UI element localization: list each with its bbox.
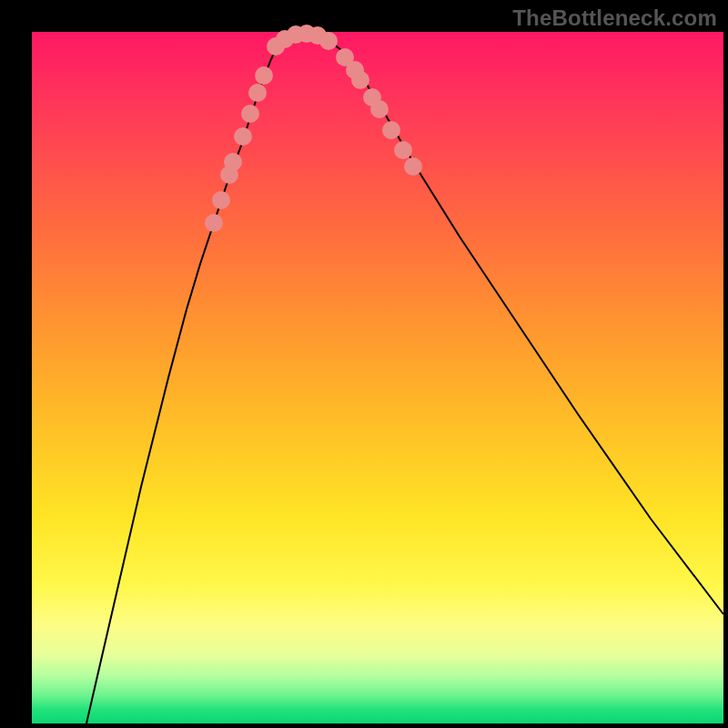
marker-dot — [224, 153, 242, 171]
bottleneck-curve-path — [86, 34, 723, 723]
marker-dot — [394, 141, 412, 159]
marker-dot — [255, 66, 273, 85]
marker-dot — [382, 121, 400, 139]
chart-frame: TheBottleneck.com — [0, 0, 728, 728]
watermark-text: TheBottleneck.com — [512, 5, 717, 31]
marker-dot — [404, 157, 422, 176]
marker-dot — [205, 214, 223, 232]
marker-dot — [319, 32, 338, 50]
marker-dot — [370, 100, 389, 118]
marker-dot — [212, 191, 230, 209]
marker-dot — [234, 127, 252, 146]
plot-area — [32, 32, 723, 723]
marker-dot — [351, 71, 369, 89]
marker-layer — [205, 25, 422, 232]
marker-dot — [241, 105, 259, 123]
curve-layer — [32, 32, 723, 723]
marker-dot — [248, 84, 267, 102]
